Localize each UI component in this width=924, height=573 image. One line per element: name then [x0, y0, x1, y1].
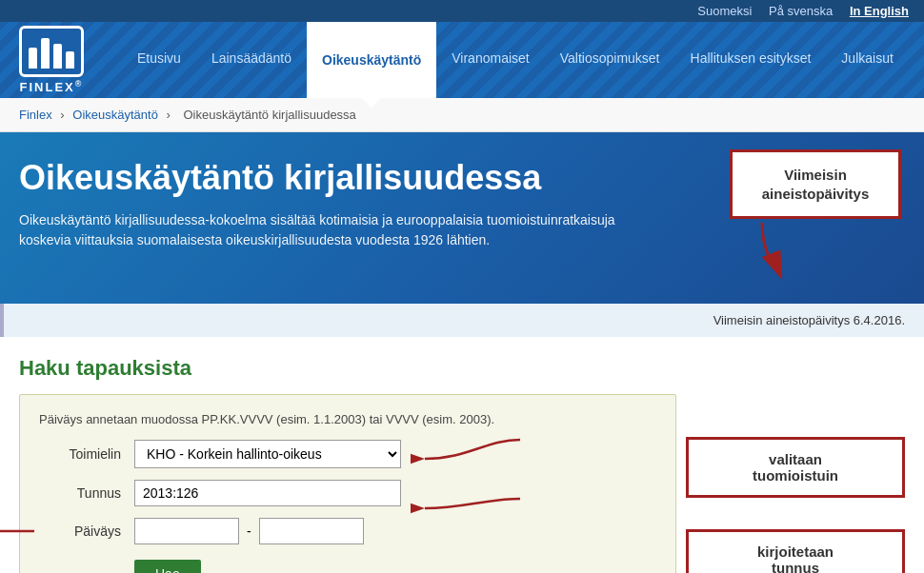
nav-etusivu[interactable]: Etusivu — [122, 22, 196, 98]
tunnus-input[interactable] — [134, 480, 401, 506]
site-logo[interactable]: FINLEX® — [19, 26, 84, 94]
breadcrumb: Finlex › Oikeuskäytäntö › Oikeuskäytäntö… — [0, 98, 924, 132]
callout-line2: aineistopäivitys — [762, 186, 870, 202]
hero-section: Oikeuskäytäntö kirjallisuudessa Oikeuskä… — [0, 132, 924, 304]
main-content: Haku tapauksista Päiväys annetaan muodos… — [0, 337, 924, 573]
select-arrow — [411, 430, 525, 487]
nav-hallituksen-esitykset[interactable]: Hallituksen esitykset — [675, 22, 827, 98]
nav-oikeuskaytanto[interactable]: Oikeuskäytäntö — [307, 22, 436, 98]
breadcrumb-sep2: › — [167, 108, 171, 122]
lang-svenska[interactable]: På svenska — [769, 4, 833, 18]
logo-bar-4 — [66, 51, 74, 69]
search-box: Päiväys annetaan muodossa PP.KK.VVVV (es… — [19, 394, 676, 573]
breadcrumb-sep1: › — [60, 108, 64, 122]
nav-valtiosopimukset[interactable]: Valtiosopimukset — [545, 22, 675, 98]
lang-english[interactable]: In English — [850, 4, 909, 18]
nav-viranomaiset[interactable]: Viranomaiset — [436, 22, 544, 98]
toimielin-select[interactable]: KHO - Korkein hallinto-oikeus KKO - Kork… — [134, 440, 401, 468]
logo-box — [19, 26, 84, 77]
lang-suomeksi[interactable]: Suomeksi — [697, 4, 752, 18]
paivays-label: Päiväys — [39, 524, 134, 539]
date-arrow — [0, 517, 39, 545]
paivays-row: Päiväys - — [39, 518, 656, 544]
page-wrapper: Suomeksi På svenska In English FINLEX® E… — [0, 0, 924, 573]
nav-lainsaadanto[interactable]: Lainsäädäntö — [196, 22, 307, 98]
search-section: Haku tapauksista Päiväys annetaan muodos… — [19, 356, 676, 573]
toimielin-row: Toimielin KHO - Korkein hallinto-oikeus … — [39, 440, 656, 468]
right-annotations: valitaantuomioistuin kirjoitetaantunnus — [686, 356, 905, 573]
language-bar: Suomeksi På svenska In English — [0, 0, 924, 22]
last-updated-text: Viimeisin aineistopäivitys 6.4.2016. — [713, 313, 905, 327]
logo-bar-3 — [53, 44, 62, 69]
breadcrumb-oikeuskaytanto[interactable]: Oikeuskäytäntö — [72, 108, 158, 122]
date-inputs: - — [134, 518, 364, 544]
logo-bar-1 — [29, 48, 37, 69]
tunnus-label: Tunnus — [39, 485, 134, 501]
site-header: FINLEX® Etusivu Lainsäädäntö Oikeuskäytä… — [0, 22, 924, 98]
toimielin-label: Toimielin — [39, 446, 134, 462]
date-separator: - — [247, 524, 251, 539]
nav-julkaisut[interactable]: Julkaisut — [826, 22, 908, 98]
search-hint: Päiväys annetaan muodossa PP.KK.VVVV (es… — [39, 412, 656, 426]
logo-bar-2 — [41, 38, 50, 69]
date-from-input[interactable] — [134, 518, 239, 544]
callout-arrow — [724, 218, 800, 285]
main-nav: Etusivu Lainsäädäntö Oikeuskäytäntö Vira… — [122, 22, 909, 98]
hero-description: Oikeuskäytäntö kirjallisuudessa-kokoelma… — [19, 210, 667, 250]
callout-box: Viimeisin aineistopäivitys — [730, 149, 901, 219]
annotation-tuomioistuin: valitaantuomioistuin — [686, 437, 905, 498]
search-button-row: Hae — [39, 556, 656, 573]
breadcrumb-current: Oikeuskäytäntö kirjallisuudessa — [183, 108, 355, 122]
last-updated-bar: Viimeisin aineistopäivitys 6.4.2016. — [0, 304, 924, 337]
callout-line1: Viimeisin — [784, 167, 847, 183]
search-button[interactable]: Hae — [134, 560, 201, 573]
tunnus-row: Tunnus — [39, 480, 656, 506]
breadcrumb-finlex[interactable]: Finlex — [19, 108, 52, 122]
date-to-input[interactable] — [259, 518, 364, 544]
hero-title: Oikeuskäytäntö kirjallisuudessa — [19, 159, 686, 197]
logo-text: FINLEX® — [20, 79, 84, 94]
annotation-tunnus: kirjoitetaantunnus — [686, 529, 905, 573]
search-title: Haku tapauksista — [19, 356, 676, 381]
